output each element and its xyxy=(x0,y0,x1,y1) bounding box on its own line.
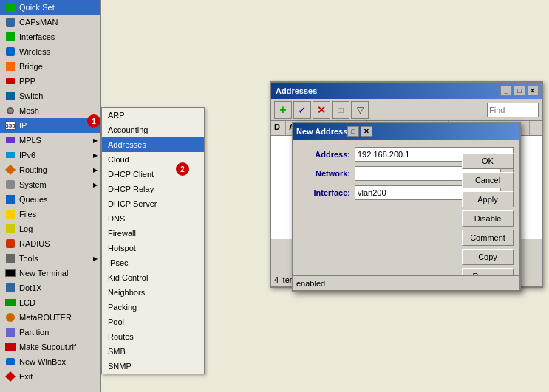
sidebar-label-system: System xyxy=(19,180,47,189)
sidebar-item-dot1x[interactable]: Dot1X xyxy=(0,281,100,295)
ok-button[interactable]: OK xyxy=(462,153,514,169)
sidebar-item-radius[interactable]: RADIUS xyxy=(0,236,100,251)
comment-button[interactable]: Comment xyxy=(462,230,514,246)
submenu-item-dns[interactable]: DNS xyxy=(102,211,204,226)
submenu-item-dhcp-server[interactable]: DHCP Server xyxy=(102,196,204,211)
sidebar-label-routing: Routing xyxy=(19,165,47,174)
sidebar-item-capsman[interactable]: CAPsMAN xyxy=(0,15,100,30)
sidebar-item-mesh[interactable]: Mesh xyxy=(0,103,100,118)
submenu-item-arp[interactable]: ARP xyxy=(102,108,204,123)
submenu-item-cloud[interactable]: Cloud xyxy=(102,152,204,167)
submenu-item-smb[interactable]: SMB xyxy=(102,344,204,359)
addr-list-close-button[interactable]: ✕ xyxy=(527,86,539,96)
sidebar-item-ppp[interactable]: PPP xyxy=(0,74,100,89)
disable-button[interactable]: Disable xyxy=(462,210,514,227)
sidebar-item-log[interactable]: Log xyxy=(0,221,100,236)
sidebar-item-exit[interactable]: Exit xyxy=(0,369,100,384)
sidebar-label-files: Files xyxy=(19,210,36,219)
sidebar-label-ip: IP xyxy=(19,121,27,130)
address-label: Address: xyxy=(299,150,355,159)
sidebar-label-radius: RADIUS xyxy=(19,239,50,248)
sidebar-item-quickset[interactable]: Quick Set xyxy=(0,0,100,15)
copy-button[interactable]: Copy xyxy=(462,249,514,265)
sidebar-label-newterminal: New Terminal xyxy=(19,269,68,278)
sidebar-item-metarouter[interactable]: MetaROUTER xyxy=(0,310,100,325)
sidebar-item-newterminal[interactable]: New Terminal xyxy=(0,266,100,281)
find-input[interactable] xyxy=(487,103,539,117)
submenu-label-hotspot: Hotspot xyxy=(108,244,136,252)
sidebar-item-queues[interactable]: Queues xyxy=(0,192,100,207)
sidebar-item-files[interactable]: Files xyxy=(0,207,100,221)
copy-toolbar-button[interactable]: □ xyxy=(332,101,349,119)
submenu-item-hotspot[interactable]: Hotspot xyxy=(102,241,204,255)
addr-list-minimize-button[interactable]: _ xyxy=(500,86,512,96)
submenu-item-neighbors[interactable]: Neighbors xyxy=(102,285,204,300)
switch-icon xyxy=(4,90,16,102)
submenu-item-pool[interactable]: Pool xyxy=(102,314,204,329)
sidebar-item-makesupout[interactable]: Make Supout.rif xyxy=(0,340,100,354)
new-addr-status: enabled xyxy=(296,279,325,288)
submenu-label-ipsec: IPsec xyxy=(108,258,129,267)
submenu-item-packing[interactable]: Packing xyxy=(102,300,204,314)
badge-2: 2 xyxy=(176,162,189,176)
apply-button[interactable]: Apply xyxy=(462,191,514,207)
sidebar-label-metarouter: MetaROUTER xyxy=(19,313,72,322)
sidebar-item-lcd[interactable]: LCD xyxy=(0,295,100,310)
filter-button[interactable]: ▽ xyxy=(351,101,369,119)
submenu-label-kid-control: Kid Control xyxy=(108,273,148,282)
sidebar-item-mpls[interactable]: MPLS ▶ xyxy=(0,133,100,148)
sidebar-item-ip[interactable]: 355 IP ▶ xyxy=(0,118,100,133)
sidebar-label-interfaces: Interfaces xyxy=(19,32,55,41)
submenu-item-ipsec[interactable]: IPsec xyxy=(102,255,204,270)
new-addr-maximize-button[interactable]: □ xyxy=(347,126,359,137)
submenu-label-accounting: Accounting xyxy=(108,125,148,134)
sidebar-label-makesupout: Make Supout.rif xyxy=(19,343,76,351)
badge-1: 1 xyxy=(87,114,100,128)
submenu-label-smb: SMB xyxy=(108,347,126,356)
sidebar-item-system[interactable]: System ▶ xyxy=(0,177,100,192)
sidebar-item-interfaces[interactable]: Interfaces xyxy=(0,30,100,44)
sidebar-label-wireless: Wireless xyxy=(19,47,50,56)
sidebar-label-lcd: LCD xyxy=(19,298,35,307)
addr-list-maximize-button[interactable]: □ xyxy=(514,86,525,96)
sidebar-item-bridge[interactable]: Bridge xyxy=(0,59,100,74)
add-button[interactable]: + xyxy=(274,101,292,119)
sidebar-item-ipv6[interactable]: IPv6 ▶ xyxy=(0,148,100,162)
plus-icon: + xyxy=(279,103,286,117)
submenu-label-neighbors: Neighbors xyxy=(108,288,145,297)
submenu-item-snmp[interactable]: SNMP xyxy=(102,359,204,374)
sidebar-label-bridge: Bridge xyxy=(19,62,43,71)
check-button[interactable]: ✓ xyxy=(293,101,311,119)
sidebar-label-log: Log xyxy=(19,224,33,233)
submenu-item-routes[interactable]: Routes xyxy=(102,329,204,344)
col-d: D xyxy=(271,121,286,135)
sidebar-item-partition[interactable]: Partition xyxy=(0,325,100,340)
submenu-item-addresses[interactable]: Addresses xyxy=(102,137,204,152)
sidebar-item-routing[interactable]: Routing ▶ xyxy=(0,162,100,177)
delete-button[interactable]: ✕ xyxy=(313,101,330,119)
quickset-icon xyxy=(4,1,16,13)
mesh-icon xyxy=(4,105,16,117)
submenu-item-dhcp-relay[interactable]: DHCP Relay xyxy=(102,182,204,196)
sidebar-item-wireless[interactable]: Wireless xyxy=(0,44,100,59)
cancel-button[interactable]: Cancel xyxy=(462,172,514,188)
submenu-label-pool: Pool xyxy=(108,317,124,326)
dialog-buttons: OK Cancel Apply Disable Comment Copy Rem… xyxy=(462,153,514,284)
delete-icon: ✕ xyxy=(317,104,326,116)
sidebar-item-tools[interactable]: Tools ▶ xyxy=(0,251,100,266)
submenu-label-dhcp-relay: DHCP Relay xyxy=(108,185,154,193)
mpls-arrow-icon: ▶ xyxy=(93,137,98,144)
submenu-label-dns: DNS xyxy=(108,214,125,223)
sidebar-item-newwinbox[interactable]: New WinBox xyxy=(0,354,100,369)
mpls-icon xyxy=(4,134,16,146)
submenu-label-cloud: Cloud xyxy=(108,155,129,164)
ipv6-arrow-icon: ▶ xyxy=(93,152,98,159)
sidebar-label-partition: Partition xyxy=(19,328,49,337)
submenu-item-firewall[interactable]: Firewall xyxy=(102,226,204,241)
sidebar-item-switch[interactable]: Switch xyxy=(0,89,100,103)
submenu-item-accounting[interactable]: Accounting xyxy=(102,123,204,137)
new-addr-close-button[interactable]: ✕ xyxy=(361,126,372,137)
sidebar-label-ppp: PPP xyxy=(19,77,35,86)
addr-list-toolbar: + 3 ✓ ✕ □ ▽ xyxy=(271,99,542,121)
submenu-item-kid-control[interactable]: Kid Control xyxy=(102,270,204,285)
